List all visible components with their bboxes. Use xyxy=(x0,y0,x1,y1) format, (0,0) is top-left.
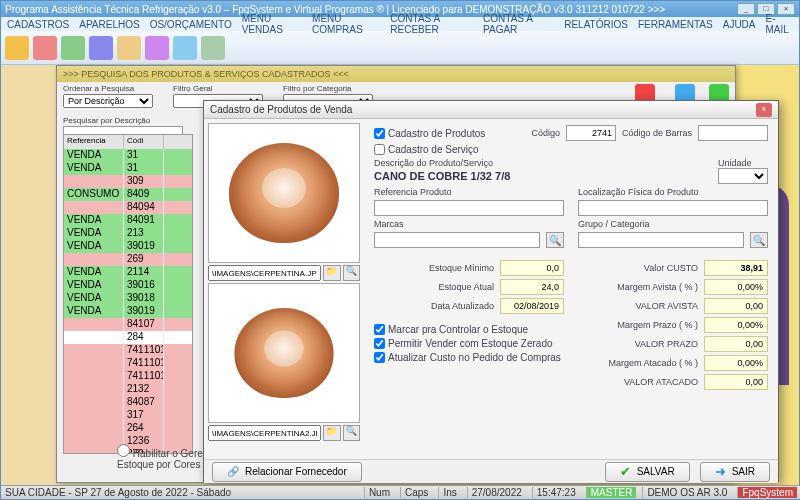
col-codigo[interactable]: Códi xyxy=(124,135,164,149)
margem-atacado-value[interactable]: 0,00% xyxy=(704,355,768,371)
table-row[interactable]: CONSUMO8409 xyxy=(64,188,192,201)
toolbar-icon[interactable] xyxy=(61,36,85,60)
table-row[interactable]: 84087 xyxy=(64,396,192,409)
toolbar-icon[interactable] xyxy=(201,36,225,60)
table-row[interactable]: VENDA39019 xyxy=(64,305,192,318)
estoque-min-value[interactable]: 0,0 xyxy=(500,260,564,276)
statusbar: SUA CIDADE - SP 27 de Agosto de 2022 - S… xyxy=(1,485,800,499)
search-title: >>> PESQUISA DOS PRODUTOS & SERVIÇOS CAD… xyxy=(57,66,735,82)
status-master: MASTER xyxy=(586,487,637,498)
localizacao-field[interactable] xyxy=(578,200,768,216)
menu-item[interactable]: FERRAMENTAS xyxy=(638,19,713,30)
marcas-field[interactable] xyxy=(374,232,540,248)
order-select[interactable]: Por Descrição xyxy=(63,94,153,108)
table-row[interactable]: VENDA39019 xyxy=(64,240,192,253)
menu-item[interactable]: CONTAS A PAGAR xyxy=(483,13,554,35)
image1-path[interactable] xyxy=(208,265,321,281)
image1-search-icon[interactable]: 🔍 xyxy=(343,265,361,281)
col-referencia[interactable]: Referencia xyxy=(64,135,124,149)
grupo-search-icon[interactable]: 🔍 xyxy=(750,232,768,248)
menu-item[interactable]: RELATÓRIOS xyxy=(564,19,628,30)
chk-produtos[interactable]: Cadastro de Produtos xyxy=(374,128,485,139)
table-row[interactable]: 84107 xyxy=(64,318,192,331)
table-row[interactable]: 74111010 xyxy=(64,370,192,383)
table-row[interactable]: VENDA213 xyxy=(64,227,192,240)
search-window: >>> PESQUISA DOS PRODUTOS & SERVIÇOS CAD… xyxy=(56,65,736,483)
table-row[interactable]: 2132 xyxy=(64,383,192,396)
data-value[interactable]: 02/08/2019 xyxy=(500,298,564,314)
descricao-value: CANO DE COBRE 1/32 7/8 xyxy=(374,168,712,184)
valor-atacado-value[interactable]: 0,00 xyxy=(704,374,768,390)
sair-button[interactable]: ➜SAIR xyxy=(700,462,770,482)
chk-marcar[interactable]: Marcar pra Controlar o Estoque xyxy=(374,324,564,335)
estoque-atual-value[interactable]: 24,0 xyxy=(500,279,564,295)
table-row[interactable]: 317 xyxy=(64,409,192,422)
menu-item[interactable]: E-MAIL xyxy=(766,13,793,35)
image2-search-icon[interactable]: 🔍 xyxy=(343,425,361,441)
filter-cat-label: Filtro por Categoria xyxy=(283,84,373,93)
dialog-title: Cadastro de Produtos de Venda xyxy=(210,104,352,115)
arrow-right-icon: ➜ xyxy=(715,464,726,479)
dialog-footer: 🔗Relacionar Fornecedor ✔SALVAR ➜SAIR xyxy=(204,459,778,483)
main-window: Programa Assistência Técnica Refrigeraçã… xyxy=(0,0,800,500)
image1-browse-icon[interactable]: 📁 xyxy=(323,265,341,281)
codigo-field[interactable] xyxy=(566,125,616,141)
status-system: FpqSystem xyxy=(737,487,797,498)
table-row[interactable]: 74111010 xyxy=(64,344,192,357)
table-row[interactable]: VENDA39016 xyxy=(64,279,192,292)
table-row[interactable]: VENDA84091 xyxy=(64,214,192,227)
margem-prazo-value[interactable]: 0,00% xyxy=(704,317,768,333)
valor-prazo-value[interactable]: 0,00 xyxy=(704,336,768,352)
toolbar-icon[interactable] xyxy=(117,36,141,60)
table-row[interactable]: 84094 xyxy=(64,201,192,214)
chk-permitir[interactable]: Permitir Vender com Estoque Zerado xyxy=(374,338,564,349)
menu-item[interactable]: APARELHOS xyxy=(79,19,139,30)
minimize-button[interactable]: _ xyxy=(737,3,755,15)
table-row[interactable]: VENDA31 xyxy=(64,162,192,175)
table-row[interactable]: 284 xyxy=(64,331,192,344)
toolbar-icon[interactable] xyxy=(173,36,197,60)
toolbar-icon[interactable] xyxy=(145,36,169,60)
form-column: Cadastro de Produtos Código Código de Ba… xyxy=(364,119,778,459)
toolbar-icon[interactable] xyxy=(33,36,57,60)
chk-atualizar[interactable]: Atualizar Custo no Pedido de Compras xyxy=(374,352,564,363)
table-row[interactable]: 74111010 xyxy=(64,357,192,370)
toolbar-icon[interactable] xyxy=(5,36,29,60)
valor-avista-value[interactable]: 0,00 xyxy=(704,298,768,314)
table-row[interactable]: VENDA39018 xyxy=(64,292,192,305)
table-row[interactable]: 264 xyxy=(64,422,192,435)
check-icon: ✔ xyxy=(620,464,631,479)
salvar-button[interactable]: ✔SALVAR xyxy=(605,462,690,482)
grupo-field[interactable] xyxy=(578,232,744,248)
referencia-field[interactable] xyxy=(374,200,564,216)
menu-item[interactable]: MENU VENDAS xyxy=(242,13,302,35)
custo-value[interactable]: 38,91 xyxy=(704,260,768,276)
toolbar-icon[interactable] xyxy=(89,36,113,60)
order-label: Ordenar a Pesquisa xyxy=(63,84,153,93)
marcas-search-icon[interactable]: 🔍 xyxy=(546,232,564,248)
image2-path[interactable] xyxy=(208,425,321,441)
menu-item[interactable]: MENU COMPRAS xyxy=(312,13,380,35)
table-row[interactable]: VENDA31 xyxy=(64,149,192,162)
image2-browse-icon[interactable]: 📁 xyxy=(323,425,341,441)
filter-geral-label: Filtro Geral xyxy=(173,84,263,93)
content-area: >>> PESQUISA DOS PRODUTOS & SERVIÇOS CAD… xyxy=(1,65,799,485)
menu-item[interactable]: CONTAS A RECEBER xyxy=(390,13,473,35)
table-row[interactable]: 269 xyxy=(64,253,192,266)
unidade-select[interactable] xyxy=(718,168,768,184)
relacionar-fornecedor-button[interactable]: 🔗Relacionar Fornecedor xyxy=(212,462,362,482)
menu-item[interactable]: AJUDA xyxy=(723,19,756,30)
product-grid[interactable]: Referencia Códi VENDA31VENDA31309CONSUMO… xyxy=(63,134,193,454)
barras-field[interactable] xyxy=(698,125,768,141)
status-date-text: SUA CIDADE - SP 27 de Agosto de 2022 - S… xyxy=(5,487,231,498)
menu-item[interactable]: OS/ORÇAMENTO xyxy=(150,19,232,30)
margem-avista-value[interactable]: 0,00% xyxy=(704,279,768,295)
dialog-close-button[interactable]: × xyxy=(756,103,772,117)
chk-servico[interactable]: Cadastro de Serviço xyxy=(374,144,768,155)
menubar: CADASTROSAPARELHOSOS/ORÇAMENTOMENU VENDA… xyxy=(1,17,799,31)
table-row[interactable]: VENDA2114 xyxy=(64,266,192,279)
table-row[interactable]: 309 xyxy=(64,175,192,188)
product-image-2 xyxy=(208,283,360,423)
menu-item[interactable]: CADASTROS xyxy=(7,19,69,30)
search-label: Pesquisar por Descrição xyxy=(63,116,183,125)
